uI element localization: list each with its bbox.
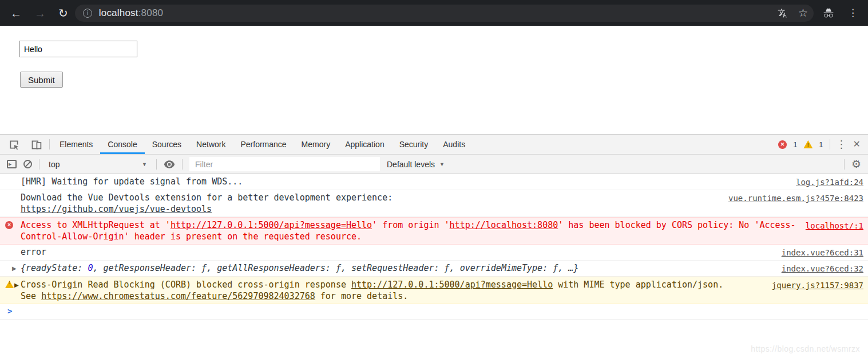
source-link[interactable]: log.js?1afd:24: [796, 176, 863, 188]
nav-buttons: ← → ↻: [7, 7, 75, 19]
error-count: 1: [793, 140, 797, 149]
log-text: [HMR] Waiting for update signal from WDS…: [21, 176, 787, 187]
web-page-content: Submit: [0, 26, 868, 134]
chevron-down-icon: ▼: [439, 162, 445, 167]
error-text: Access to XMLHttpRequest at 'http://127.…: [21, 219, 796, 242]
console-row-xhr-object: ▶ {readyState: 0, getResponseHeader: ƒ, …: [0, 261, 868, 277]
browser-actions: ⋮: [822, 7, 861, 19]
api-url-link[interactable]: http://127.0.0.1:5000/api?message=Hello: [171, 220, 372, 230]
url-text[interactable]: localhost:8080: [99, 7, 163, 19]
inspect-element-icon[interactable]: [8, 139, 20, 151]
source-link[interactable]: index.vue?6ced:31: [782, 246, 863, 258]
tab-security[interactable]: Security: [392, 135, 436, 154]
vue-devtools-link[interactable]: https://github.com/vuejs/vue-devtools: [21, 204, 212, 214]
console-filter-input[interactable]: [189, 157, 380, 171]
tab-audits[interactable]: Audits: [435, 135, 473, 154]
log-levels-value: Default levels: [387, 160, 435, 169]
console-messages: [HMR] Waiting for update signal from WDS…: [0, 174, 868, 358]
expand-arrow-icon[interactable]: ▶: [12, 263, 17, 274]
devtools-panel: Elements Console Sources Network Perform…: [0, 134, 868, 358]
tab-elements[interactable]: Elements: [52, 135, 100, 154]
devtools-tabbar: Elements Console Sources Network Perform…: [0, 135, 868, 155]
tab-memory[interactable]: Memory: [294, 135, 338, 154]
context-value: top: [49, 160, 60, 169]
browser-toolbar: ← → ↻ i localhost:8080 ☆ ⋮: [0, 0, 868, 26]
devtools-close-icon[interactable]: ✕: [853, 140, 861, 149]
translate-icon[interactable]: [778, 8, 788, 18]
console-row-vue-devtools: Download the Vue Devtools extension for …: [0, 190, 868, 217]
log-levels-selector[interactable]: Default levels ▼: [387, 160, 445, 169]
source-link[interactable]: localhost/:1: [806, 219, 863, 231]
reload-icon[interactable]: ↻: [58, 7, 68, 19]
live-expression-eye-icon[interactable]: [164, 160, 175, 168]
error-badge-icon[interactable]: ✕: [778, 140, 787, 149]
object-preview[interactable]: {readyState: 0, getResponseHeader: ƒ, ge…: [21, 262, 772, 274]
prompt-chevron-icon: >: [7, 306, 12, 316]
api-url-link[interactable]: http://127.0.0.1:5000/api?message=Hello: [351, 280, 553, 290]
address-bar[interactable]: i localhost:8080 ☆: [75, 5, 814, 22]
bookmark-star-icon[interactable]: ☆: [798, 6, 808, 19]
console-prompt[interactable]: >: [0, 304, 868, 320]
url-host: localhost: [99, 7, 138, 18]
tab-performance[interactable]: Performance: [233, 135, 294, 154]
tab-application[interactable]: Application: [338, 135, 392, 154]
console-row-hmr: [HMR] Waiting for update signal from WDS…: [0, 174, 868, 190]
source-link[interactable]: index.vue?6ced:32: [782, 262, 863, 274]
chromestatus-link[interactable]: https://www.chromestatus.com/feature/562…: [41, 291, 315, 301]
page-info-icon[interactable]: i: [83, 9, 92, 18]
back-icon[interactable]: ←: [10, 7, 22, 19]
url-port: :8080: [138, 7, 164, 18]
message-input[interactable]: [19, 41, 137, 57]
context-selector[interactable]: top ▼: [46, 160, 149, 169]
console-row-cors-error: ✕ Access to XMLHttpRequest at 'http://12…: [0, 217, 868, 245]
origin-url-link[interactable]: http://localhost:8080: [450, 220, 558, 230]
log-text: Download the Vue Devtools extension for …: [21, 192, 719, 215]
submit-button[interactable]: Submit: [20, 72, 63, 88]
tab-network[interactable]: Network: [189, 135, 233, 154]
console-sidebar-icon[interactable]: ▶: [7, 160, 17, 168]
screen: ← → ↻ i localhost:8080 ☆ ⋮ Submit: [0, 0, 868, 358]
warning-badge-icon[interactable]: !: [803, 140, 812, 148]
console-settings-gear-icon[interactable]: ⚙: [851, 158, 861, 171]
console-row-corb-warning: ! ▶ Cross-Origin Read Blocking (CORB) bl…: [0, 277, 868, 304]
watermark-text: https://blog.csdn.net/wsmrzx: [751, 344, 860, 353]
console-toolbar: ▶ top ▼ Default levels ▼ ⚙: [0, 155, 868, 174]
console-row-error-string: error index.vue?6ced:31: [0, 245, 868, 261]
devtools-tabs: Elements Console Sources Network Perform…: [52, 135, 473, 154]
device-toolbar-icon[interactable]: [30, 139, 42, 151]
source-link[interactable]: jquery.js?1157:9837: [772, 279, 863, 291]
incognito-icon: [822, 7, 835, 19]
source-link[interactable]: vue.runtime.esm.js?457e:8423: [728, 192, 863, 204]
browser-menu-icon[interactable]: ⋮: [848, 7, 858, 19]
log-text: error: [21, 246, 772, 258]
tab-sources[interactable]: Sources: [145, 135, 189, 154]
chevron-down-icon: ▼: [142, 162, 147, 167]
expand-arrow-icon[interactable]: ▶: [14, 280, 19, 291]
error-icon: ✕: [5, 221, 13, 229]
warning-icon: !: [5, 281, 14, 288]
tab-console[interactable]: Console: [100, 135, 144, 154]
devtools-menu-icon[interactable]: ⋮: [837, 139, 847, 150]
forward-icon[interactable]: →: [34, 7, 46, 19]
warning-count: 1: [819, 140, 823, 149]
warning-text: Cross-Origin Read Blocking (CORB) blocke…: [21, 279, 763, 302]
clear-console-icon[interactable]: [23, 160, 32, 168]
